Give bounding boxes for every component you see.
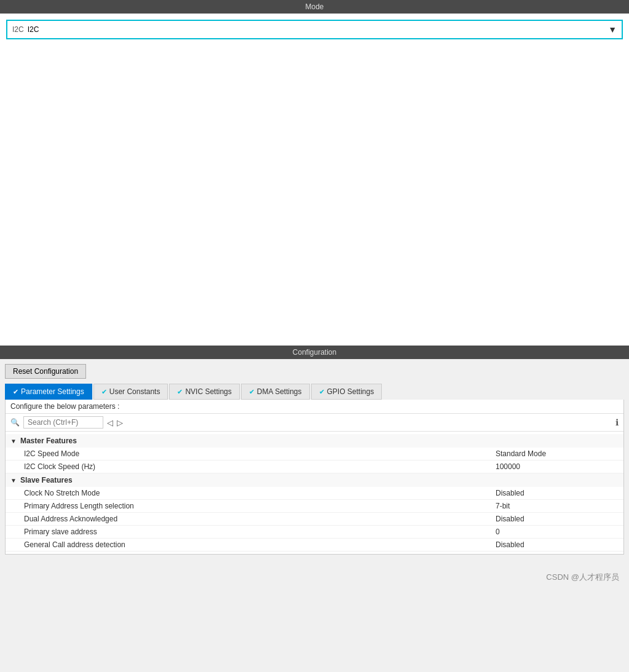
param-name: Dual Address Acknowledged <box>24 515 496 523</box>
tab-check-icon: ✔ <box>319 388 325 396</box>
next-search-icon[interactable]: ▷ <box>117 418 123 427</box>
config-header: Configuration <box>0 346 629 359</box>
param-name: Clock No Stretch Mode <box>24 489 496 497</box>
table-row[interactable]: Primary slave address 0 <box>6 526 623 539</box>
tab-check-icon: ✔ <box>177 388 183 396</box>
param-name: Primary slave address <box>24 528 496 536</box>
table-row[interactable]: I2C Clock Speed (Hz) 100000 <box>6 461 623 473</box>
tab-label: DMA Settings <box>257 387 302 396</box>
dropdown-icon: ▼ <box>608 25 617 34</box>
mode-content: I2C I2C ▼ <box>0 14 629 346</box>
table-row[interactable]: General Call address detection Disabled <box>6 539 623 551</box>
tab-parameter-settings[interactable]: ✔ Parameter Settings <box>5 384 92 400</box>
param-value: Standard Mode <box>496 449 619 458</box>
reset-configuration-button[interactable]: Reset Configuration <box>5 364 86 379</box>
search-bar: 🔍 ◁ ▷ ℹ <box>6 414 623 432</box>
search-input[interactable] <box>23 416 103 429</box>
section-label-master: Master Features <box>20 437 77 445</box>
i2c-label: I2C <box>12 25 24 34</box>
param-name: Primary Address Length selection <box>24 502 496 510</box>
tab-check-icon: ✔ <box>13 388 18 396</box>
params-table: ▼ Master Features I2C Speed Mode Standar… <box>6 432 623 554</box>
tab-label: NVIC Settings <box>185 387 231 396</box>
config-section: Configuration Reset Configuration ✔ Para… <box>0 346 629 559</box>
param-value: Disabled <box>496 540 619 549</box>
param-value: 7-bit <box>496 502 619 510</box>
mode-section: Mode I2C I2C ▼ <box>0 0 629 346</box>
section-master-features[interactable]: ▼ Master Features <box>6 434 623 448</box>
table-row[interactable]: Dual Address Acknowledged Disabled <box>6 513 623 526</box>
tab-gpio-settings[interactable]: ✔ GPIO Settings <box>311 384 382 400</box>
mode-title: Mode <box>305 2 323 11</box>
tab-check-icon: ✔ <box>101 388 107 396</box>
param-value: 0 <box>496 528 619 536</box>
section-toggle-master[interactable]: ▼ <box>10 438 17 445</box>
tab-label: User Constants <box>109 387 160 396</box>
params-info-bar: Configure the below parameters : <box>6 400 623 414</box>
section-toggle-slave[interactable]: ▼ <box>10 477 17 484</box>
param-name: I2C Speed Mode <box>24 449 496 458</box>
mode-header: Mode <box>0 0 629 14</box>
param-name: General Call address detection <box>24 540 496 549</box>
search-icon: 🔍 <box>10 418 20 427</box>
params-panel: Configure the below parameters : 🔍 ◁ ▷ ℹ… <box>5 400 624 555</box>
tab-label: Parameter Settings <box>21 387 84 396</box>
tab-check-icon: ✔ <box>249 388 255 396</box>
section-slave-features[interactable]: ▼ Slave Features <box>6 473 623 487</box>
config-content: Reset Configuration ✔ Parameter Settings… <box>0 359 629 559</box>
param-value: Disabled <box>496 489 619 497</box>
tab-label: GPIO Settings <box>327 387 374 396</box>
info-icon: ℹ <box>615 417 619 427</box>
config-title: Configuration <box>293 348 336 357</box>
tabs-bar: ✔ Parameter Settings ✔ User Constants ✔ … <box>5 384 624 400</box>
tab-dma-settings[interactable]: ✔ DMA Settings <box>241 384 310 400</box>
table-row[interactable]: Clock No Stretch Mode Disabled <box>6 487 623 500</box>
param-name: I2C Clock Speed (Hz) <box>24 462 496 471</box>
table-row[interactable]: Primary Address Length selection 7-bit <box>6 500 623 513</box>
table-row[interactable]: I2C Speed Mode Standard Mode <box>6 448 623 461</box>
section-label-slave: Slave Features <box>20 476 73 484</box>
param-value: 100000 <box>496 462 619 471</box>
prev-search-icon[interactable]: ◁ <box>107 418 113 427</box>
tab-user-constants[interactable]: ✔ User Constants <box>93 384 168 400</box>
tab-nvic-settings[interactable]: ✔ NVIC Settings <box>169 384 239 400</box>
i2c-mode-select[interactable]: I2C <box>28 25 608 34</box>
watermark: CSDN @人才程序员 <box>0 559 629 588</box>
param-value: Disabled <box>496 515 619 523</box>
i2c-select-wrapper: I2C I2C ▼ <box>6 20 623 39</box>
